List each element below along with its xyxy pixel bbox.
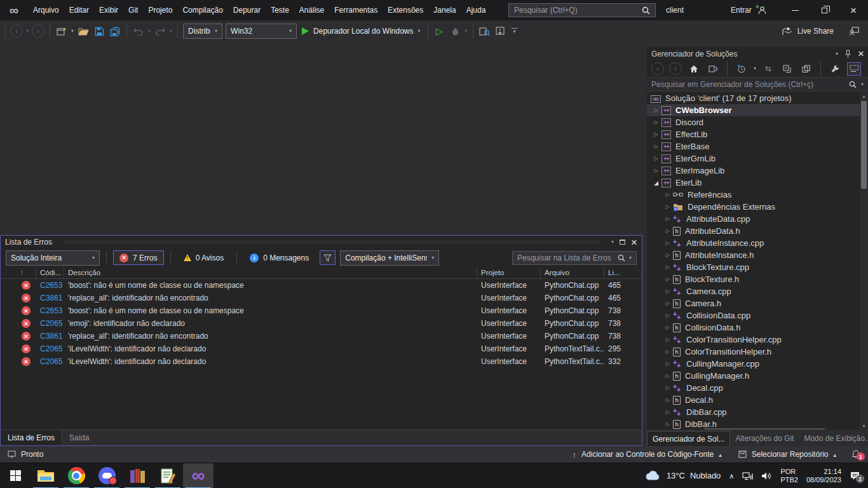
solution-explorer-search-input[interactable]: Pesquisar em Gerenciador de Soluções (Ct… [647, 77, 868, 92]
taskbar-discord-icon[interactable] [92, 463, 122, 488]
chevron-right-icon[interactable] [662, 397, 673, 403]
home-icon[interactable] [687, 62, 701, 76]
start-button[interactable] [0, 463, 31, 488]
minimize-button[interactable] [780, 0, 810, 20]
tab-saida[interactable]: Saída [62, 430, 96, 445]
tree-item[interactable]: ColorTransitionHelper.cpp [647, 334, 868, 346]
warnings-filter-button[interactable]: 0 Avisos [177, 250, 230, 265]
chevron-right-icon[interactable] [662, 228, 673, 234]
chevron-down-icon[interactable] [611, 240, 614, 245]
preview-selected-items-icon[interactable] [799, 62, 813, 76]
scroll-up-icon[interactable] [860, 92, 868, 100]
clock-date-widget[interactable]: 21:14 08/09/2023 [806, 468, 841, 484]
chevron-right-icon[interactable] [651, 107, 661, 113]
pending-changes-filter-icon[interactable] [735, 62, 749, 76]
tree-item[interactable]: CullingManager.h [647, 370, 868, 382]
chevron-right-icon[interactable] [651, 156, 661, 161]
add-to-source-control-button[interactable]: Adicionar ao Controle do Código-Fonte [567, 450, 727, 459]
forward-icon[interactable] [669, 62, 682, 75]
background-tasks-icon[interactable] [8, 451, 16, 459]
column-header-file[interactable]: Arquivo [541, 267, 604, 278]
close-button[interactable] [839, 0, 868, 20]
menu-ferramentas[interactable]: Ferramentas [329, 0, 383, 20]
column-header-code[interactable]: Códi... [36, 267, 64, 278]
scrollbar-thumb[interactable] [861, 101, 867, 189]
weather-widget[interactable]: 13°C Nublado [644, 470, 721, 481]
chevron-right-icon[interactable] [662, 301, 673, 306]
error-scope-dropdown[interactable]: Solução Inteira [6, 250, 100, 266]
chevron-right-icon[interactable] [662, 192, 673, 198]
vertical-scrollbar[interactable] [860, 92, 868, 430]
menu-projeto[interactable]: Projeto [143, 0, 177, 20]
tree-item[interactable]: BlockTexture.h [647, 273, 868, 285]
menu-janela[interactable]: Janela [428, 0, 461, 20]
tree-item[interactable]: Dependências Externas [647, 201, 868, 213]
error-list-search-input[interactable]: Pesquisar na Lista de Erros [512, 251, 637, 265]
tab-alteracoes-do-git[interactable]: Alterações do Git [730, 431, 799, 446]
chevron-down-icon[interactable] [26, 29, 29, 34]
tree-item[interactable]: Decal.cpp [647, 382, 868, 394]
tree-item[interactable]: EffectLib [647, 128, 868, 140]
volume-icon[interactable] [761, 471, 772, 480]
menu-analise[interactable]: Análise [294, 0, 329, 20]
toolbar-grip[interactable] [4, 24, 7, 38]
save-icon[interactable] [93, 24, 105, 38]
start-debugging-button[interactable]: Depurador Local do Windows [300, 27, 422, 36]
solution-explorer-titlebar[interactable]: Gerenciador de Soluções [647, 47, 868, 60]
chevron-right-icon[interactable] [662, 252, 673, 258]
error-row[interactable]: C2653 'boost': não é um nome de classe o… [1, 304, 642, 317]
chevron-right-icon[interactable] [662, 276, 673, 282]
tree-item[interactable]: AttributeInstance.cpp [647, 237, 868, 249]
show-all-files-toggle[interactable] [847, 62, 861, 76]
menu-extensoes[interactable]: Extensões [383, 0, 428, 20]
close-icon[interactable] [858, 48, 864, 59]
save-all-icon[interactable] [109, 24, 121, 38]
tree-item[interactable]: Decal.h [647, 394, 868, 406]
error-row[interactable]: C3861 'replace_all': identificador não e… [1, 330, 642, 342]
tree-item[interactable]: AttributeData.cpp [647, 213, 868, 225]
solution-explorer-shortcut-icon[interactable] [494, 24, 507, 38]
collapse-all-icon[interactable] [780, 62, 794, 76]
error-row[interactable]: C2065 'iLevelWidth': identificador não d… [1, 355, 642, 368]
select-repository-button[interactable]: Selecionar Repositório [733, 450, 841, 459]
open-file-icon[interactable] [77, 24, 90, 38]
chevron-right-icon[interactable] [662, 361, 673, 367]
chevron-right-icon[interactable] [651, 132, 661, 137]
chevron-right-icon[interactable] [662, 409, 673, 415]
menu-ajuda[interactable]: Ajuda [461, 0, 491, 20]
redo-icon[interactable] [154, 24, 166, 38]
errors-filter-button[interactable]: 7 Erros [113, 250, 164, 265]
chevron-right-icon[interactable] [662, 240, 673, 246]
hot-reload-icon[interactable] [449, 24, 462, 38]
tree-item[interactable]: CollisionData.cpp [647, 309, 868, 322]
drag-handle[interactable] [63, 240, 600, 244]
tree-item[interactable]: Camera.h [647, 297, 868, 309]
error-list-titlebar[interactable]: Lista de Erros [1, 236, 642, 248]
taskbar-notepadpp-icon[interactable] [153, 463, 183, 488]
tree-item[interactable]: CollisionData.h [647, 322, 868, 334]
tree-item[interactable]: EterBase [647, 140, 868, 152]
chevron-right-icon[interactable] [662, 325, 673, 330]
chevron-right-icon[interactable] [662, 313, 673, 318]
menu-editar[interactable]: Editar [64, 0, 94, 20]
back-icon[interactable] [651, 62, 664, 75]
restore-button[interactable] [810, 0, 839, 20]
maximize-icon[interactable] [620, 240, 625, 245]
sign-in-button[interactable]: Entrar + [731, 0, 767, 20]
navigate-back-icon[interactable] [10, 25, 23, 37]
taskbar-file-explorer-icon[interactable] [31, 463, 61, 488]
chevron-right-icon[interactable] [651, 119, 661, 125]
tree-item[interactable]: EterLib [647, 177, 868, 189]
column-header-description[interactable]: Descrição [64, 267, 477, 278]
network-icon[interactable] [742, 471, 753, 480]
close-icon[interactable] [631, 237, 637, 248]
notifications-bell-icon[interactable]: 1 [851, 450, 860, 459]
toolbar-overflow-icon[interactable] [510, 28, 519, 34]
severity-column-header[interactable] [17, 267, 36, 278]
error-row[interactable]: C2065 'emoji': identificador não declara… [1, 317, 642, 330]
menu-depurar[interactable]: Depurar [228, 0, 266, 20]
chevron-right-icon[interactable] [662, 421, 673, 427]
chevron-down-icon[interactable] [465, 29, 468, 34]
taskbar-visual-studio-icon[interactable] [183, 463, 214, 488]
chevron-right-icon[interactable] [662, 349, 673, 355]
